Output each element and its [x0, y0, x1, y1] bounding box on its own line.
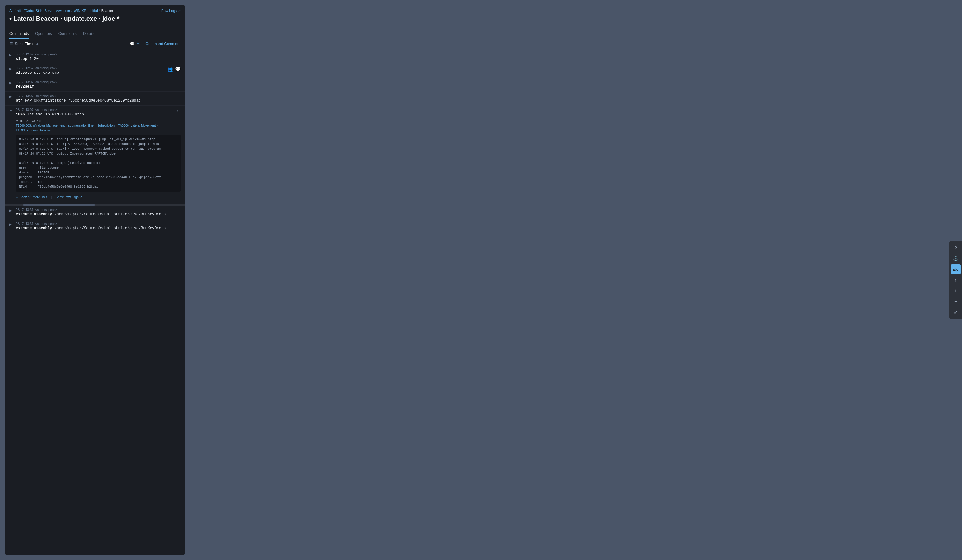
minus-icon: −	[954, 299, 957, 304]
text-icon: abc	[953, 268, 958, 271]
tab-commands[interactable]: Commands	[10, 29, 29, 39]
cmd-name: sleep	[16, 57, 27, 61]
show-more-link[interactable]: ⌄ Show 51 more lines	[16, 195, 47, 199]
tab-operators[interactable]: Operators	[35, 29, 52, 39]
mitre-label: MITRE ATT&CKs:	[16, 119, 181, 123]
cmd-row-7[interactable]: ▶ 08/17 13:31 <raptorsqueak> execute-ass…	[5, 219, 185, 233]
mitre-sep1: ·	[116, 124, 117, 127]
expand-icon[interactable]: ▶	[10, 223, 13, 226]
show-more-label: Show 51 more lines	[19, 195, 47, 199]
list-item: ▶ 08/17 12:57 <raptorsqueak> sleep 1 20	[5, 50, 185, 64]
cmd-meta: 08/17 12:57 <raptorsqueak>	[16, 66, 165, 70]
breadcrumb-sep1: /	[15, 9, 16, 13]
cmd-meta: 08/17 13:07 <raptorsqueak>	[16, 108, 174, 112]
breadcrumb-all[interactable]: All	[10, 9, 13, 13]
text-button[interactable]: abc	[951, 264, 961, 274]
page-title: • Lateral Beacon · update.exe · jdoe *	[10, 15, 181, 23]
users-icon[interactable]: 👥	[167, 66, 173, 72]
cmd-name: execute-assembly	[16, 226, 52, 230]
expand-icon[interactable]: ▶	[10, 209, 13, 212]
cmd-content: 08/17 12:57 <raptorsqueak> elevate svc-e…	[16, 66, 165, 75]
cmd-name: jump	[16, 112, 25, 117]
cmd-row-3[interactable]: ▶ 08/17 13:07 <raptorsqueak> rev2self	[5, 78, 185, 92]
breadcrumb-dot: ·	[87, 9, 88, 13]
mitre-sep2: ·	[157, 124, 158, 127]
log-output: 08/17 20:07:20 UTC [input] <raptorsqueak…	[16, 135, 181, 192]
expand-icon[interactable]: ▶	[10, 81, 13, 85]
upload-button[interactable]: ↑	[951, 275, 961, 285]
right-sidebar: ? ⚓ abc ↑ + − ⤢	[949, 241, 962, 319]
header-top: All / http://CobaltStrikeServer.avvs.com…	[10, 9, 181, 13]
separator: |	[51, 195, 52, 199]
cmd-text: jump lat_wmi_ip WIN-10-03 http	[16, 112, 174, 117]
cmd-row-1[interactable]: ▶ 08/17 12:57 <raptorsqueak> sleep 1 20	[5, 50, 185, 64]
cmd-content: 08/17 13:31 <raptorsqueak> execute-assem…	[16, 208, 181, 217]
expand-icon[interactable]: ▶	[10, 95, 13, 98]
help-button[interactable]: ?	[951, 243, 961, 253]
cmd-row-6[interactable]: ▶ 08/17 13:31 <raptorsqueak> execute-ass…	[5, 206, 185, 219]
lateral-movement-icon[interactable]: ↔	[176, 108, 181, 113]
breadcrumb-sep3: /	[99, 9, 100, 13]
cmd-text: execute-assembly /home/raptor/Source/cob…	[16, 226, 181, 230]
expand-icon[interactable]: ▼	[10, 109, 13, 112]
cmd-args: lat_wmi_ip WIN-10-03 http	[25, 112, 84, 117]
breadcrumb-server[interactable]: http://CobaltStrikeServer.avvs.com	[17, 9, 70, 13]
breadcrumb: All / http://CobaltStrikeServer.avvs.com…	[10, 9, 113, 13]
show-raw-logs-link[interactable]: Show Raw Logs ↗	[56, 195, 82, 199]
cmd-content: 08/17 13:07 <raptorsqueak> jump lat_wmi_…	[16, 108, 174, 117]
comment-icon[interactable]: 💬	[175, 66, 181, 72]
cmd-text: sleep 1 20	[16, 57, 181, 61]
cmd-row-5[interactable]: ▼ 08/17 13:07 <raptorsqueak> jump lat_wm…	[5, 106, 185, 119]
external-link-icon: ↗	[178, 9, 181, 13]
cmd-content: 08/17 13:31 <raptorsqueak> execute-assem…	[16, 222, 181, 230]
zoom-out-button[interactable]: −	[951, 296, 961, 306]
tab-details[interactable]: Details	[83, 29, 95, 39]
expand-icon[interactable]: ▶	[10, 53, 13, 57]
cmd-args: 1 20	[27, 57, 39, 61]
upload-icon: ↑	[955, 277, 957, 283]
cmd-text: pth RAPTOR\fflintstone 735cb4e58d9e5e046…	[16, 98, 181, 103]
mitre-link-ta0008[interactable]: TA0008: Lateral Movement	[118, 124, 156, 127]
cmd-text: elevate svc-exe smb	[16, 71, 165, 75]
sort-arrow: ▲	[36, 42, 39, 46]
cmd-args: /home/raptor/Source/cobaltstrike/cisa/Ru…	[52, 226, 173, 230]
mitre-section: MITRE ATT&CKs: T1546.003: Windows Manage…	[16, 119, 181, 132]
mitre-link-t1546[interactable]: T1546.003: Windows Management Instrument…	[16, 124, 115, 127]
cmd-text: rev2self	[16, 85, 181, 89]
list-item: ▶ 08/17 13:07 <raptorsqueak> pth RAPTOR\…	[5, 92, 185, 106]
toolbar: ☰ Sort: Time ▲ 💬 Multi-Command Comment	[5, 39, 185, 49]
plus-icon: +	[954, 288, 957, 293]
cmd-name: rev2self	[16, 85, 34, 89]
horizontal-scrollbar[interactable]	[5, 204, 185, 206]
raw-logs-link[interactable]: Raw Logs ↗	[161, 9, 181, 13]
list-item: ▶ 08/17 13:31 <raptorsqueak> execute-ass…	[5, 206, 185, 219]
multi-command-comment-button[interactable]: 💬 Multi-Command Comment	[130, 42, 181, 46]
show-raw-label: Show Raw Logs	[56, 195, 78, 199]
cmd-row-2[interactable]: ▶ 08/17 12:57 <raptorsqueak> elevate svc…	[5, 64, 185, 77]
sort-value[interactable]: Time	[24, 42, 34, 46]
tab-comments[interactable]: Comments	[58, 29, 77, 39]
anchor-icon: ⚓	[953, 256, 959, 261]
fullscreen-button[interactable]: ⤢	[951, 307, 961, 317]
cmd-actions: ↔	[176, 108, 181, 113]
sort-icon: ☰	[10, 42, 13, 46]
expand-icon[interactable]: ▶	[10, 67, 13, 71]
zoom-in-button[interactable]: +	[951, 286, 961, 296]
show-more-bar: ⌄ Show 51 more lines | Show Raw Logs ↗	[16, 194, 181, 200]
breadcrumb-machine[interactable]: WIN-XP	[74, 9, 86, 13]
list-item: ▶ 08/17 13:07 <raptorsqueak> rev2self	[5, 78, 185, 92]
cmd-meta: 08/17 13:31 <raptorsqueak>	[16, 208, 181, 212]
cmd-row-4[interactable]: ▶ 08/17 13:07 <raptorsqueak> pth RAPTOR\…	[5, 92, 185, 105]
sort-label: Sort:	[15, 42, 23, 46]
anchor-button[interactable]: ⚓	[951, 254, 961, 264]
breadcrumb-beacon: Beacon	[101, 9, 113, 13]
cmd-meta: 08/17 13:07 <raptorsqueak>	[16, 80, 181, 84]
mitre-link-t1093[interactable]: T1093: Process Hollowing	[16, 129, 52, 132]
breadcrumb-initial[interactable]: Initial	[90, 9, 98, 13]
cmd-args: /home/raptor/Source/cobaltstrike/cisa/Ru…	[52, 212, 173, 217]
cmd-name: elevate	[16, 71, 32, 75]
mitre-links: T1546.003: Windows Management Instrument…	[16, 124, 181, 132]
list-item: ▶ 08/17 12:57 <raptorsqueak> elevate svc…	[5, 64, 185, 78]
list-item: ▶ 08/17 13:31 <raptorsqueak> execute-ass…	[5, 219, 185, 233]
fullscreen-icon: ⤢	[954, 310, 957, 315]
